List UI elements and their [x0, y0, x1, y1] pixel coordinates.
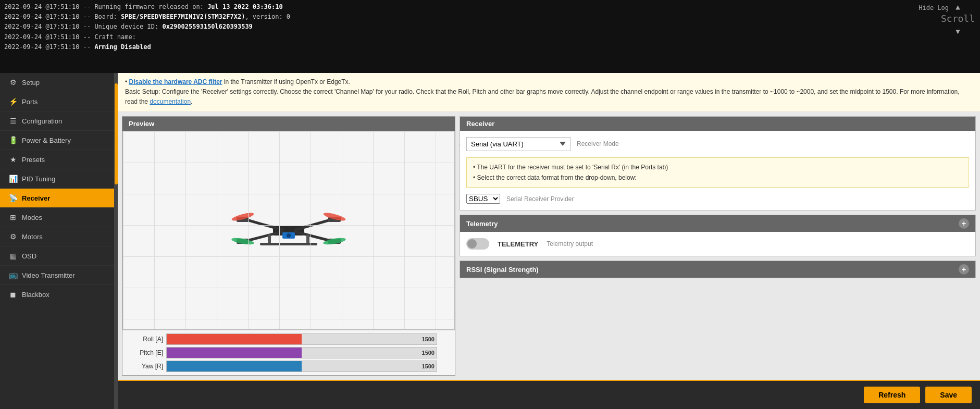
- telemetry-header: Telemetry +: [460, 215, 975, 232]
- video-transmitter-icon: 📺: [8, 271, 18, 279]
- scroll-label: Scroll: [941, 11, 975, 27]
- preview-grid: [123, 131, 454, 329]
- log-line-3: 2022-09-24 @17:51:10 -- Unique device ID…: [4, 22, 976, 32]
- save-button[interactable]: Save: [925, 387, 972, 403]
- bottom-bar: Refresh Save: [118, 380, 980, 409]
- receiver-section: Receiver ➤ Serial (via UART) MSP PPM: [460, 116, 976, 211]
- sidebar-item-ports[interactable]: ⚡ Ports: [0, 92, 114, 111]
- setup-icon: ⚙: [8, 78, 18, 86]
- rssi-expand-button[interactable]: +: [959, 264, 969, 275]
- sidebar-item-power-battery[interactable]: 🔋 Power & Battery: [0, 131, 114, 150]
- roll-value: 1500: [422, 336, 435, 342]
- yaw-bar: 1500: [166, 361, 437, 372]
- telemetry-toggle-knob: [467, 239, 477, 249]
- sidebar-item-label-modes: Modes: [22, 214, 42, 221]
- pid-tuning-icon: 📊: [8, 175, 18, 183]
- preview-header: Preview: [122, 117, 455, 131]
- sidebar-item-label-blackbox: Blackbox: [22, 291, 49, 299]
- receiver-section-header: Receiver: [460, 117, 975, 131]
- log-panel: 2022-09-24 @17:51:10 -- Running firmware…: [0, 0, 980, 73]
- content-area: • Disable the hardware ADC filter in the…: [118, 73, 980, 409]
- sidebar-item-label-motors: Motors: [22, 233, 43, 241]
- sidebar-item-setup[interactable]: ⚙ Setup: [0, 73, 114, 92]
- power-battery-icon: 🔋: [8, 136, 18, 144]
- pitch-bar: 1500: [166, 347, 437, 358]
- blackbox-icon: ◼: [8, 290, 18, 299]
- pitch-label: Pitch [E]: [127, 349, 163, 356]
- note-line-2: • Select the correct data format from th…: [473, 172, 962, 183]
- sidebar-item-presets[interactable]: ★ Presets: [0, 150, 114, 169]
- info-banner: • Disable the hardware ADC filter in the…: [118, 73, 980, 112]
- motors-icon: ⚙: [8, 232, 18, 241]
- serial-provider-select[interactable]: SBUS IBUS CRSF SRXL2 SUMD: [466, 194, 500, 204]
- roll-bar: 1500: [166, 333, 437, 345]
- sidebar-item-label-pid-tuning: PID Tuning: [22, 175, 55, 183]
- sidebar-item-receiver[interactable]: 📡 Receiver: [0, 189, 114, 208]
- log-line-2: 2022-09-24 @17:51:10 -- Board: SPBE/SPEE…: [4, 12, 976, 22]
- yaw-label: Yaw [R]: [127, 363, 163, 370]
- telemetry-expand-button[interactable]: +: [959, 218, 969, 229]
- roll-label: Roll [A]: [127, 336, 163, 343]
- configuration-icon: ☰: [8, 117, 18, 125]
- modes-icon: ⊞: [8, 213, 18, 221]
- pitch-value: 1500: [422, 350, 435, 356]
- telemetry-body: TELEMETRY Telemetry output: [460, 232, 975, 256]
- telemetry-toggle-label: TELEMETRY: [498, 240, 538, 248]
- serial-provider-label: Serial Receiver Provider: [506, 195, 574, 203]
- yaw-value: 1500: [422, 363, 435, 369]
- info-line-2: Basic Setup: Configure the 'Receiver' se…: [125, 87, 973, 107]
- sidebar-item-pid-tuning[interactable]: 📊 PID Tuning: [0, 169, 114, 189]
- osd-icon: ▦: [8, 252, 18, 260]
- info-line-1: • Disable the hardware ADC filter in the…: [125, 77, 973, 87]
- sidebar-item-label-power-battery: Power & Battery: [22, 137, 71, 144]
- arrow-receiver-mode: ➤: [460, 138, 461, 151]
- log-line-1: 2022-09-24 @17:51:10 -- Running firmware…: [4, 2, 976, 12]
- sidebar-item-video-transmitter[interactable]: 📺 Video Transmitter: [0, 266, 114, 285]
- rssi-section: RSSI (Signal Strength) +: [460, 261, 976, 278]
- receiver-mode-row: Serial (via UART) MSP PPM SPI Receiver R…: [466, 137, 969, 151]
- preview-box: [122, 131, 455, 330]
- telemetry-output-label: Telemetry output: [547, 240, 593, 247]
- log-line-5: 2022-09-24 @17:51:10 -- Arming Disabled: [4, 42, 976, 52]
- sidebar-item-label-ports: Ports: [22, 98, 38, 106]
- roll-bar-inner: [167, 334, 302, 344]
- documentation-link[interactable]: documentation: [150, 98, 191, 105]
- yaw-row: Yaw [R] 1500: [127, 361, 451, 372]
- sidebar-item-motors[interactable]: ⚙ Motors: [0, 227, 114, 246]
- sidebar-item-label-video-transmitter: Video Transmitter: [22, 271, 75, 279]
- sidebar-item-modes[interactable]: ⊞ Modes: [0, 208, 114, 227]
- arrow-serial-provider: ➤: [460, 195, 461, 207]
- sidebar: ⚙ Setup ⚡ Ports ☰ Configuration 🔋 Power …: [0, 73, 115, 409]
- presets-icon: ★: [8, 155, 18, 164]
- sidebar-item-label-receiver: Receiver: [22, 194, 50, 202]
- right-panel: Receiver ➤ Serial (via UART) MSP PPM: [460, 116, 976, 376]
- telemetry-section: Telemetry + TELEMETRY Telemetry output: [460, 215, 976, 256]
- receiver-mode-label: Receiver Mode: [577, 140, 619, 147]
- adc-filter-link[interactable]: Disable the hardware ADC filter: [129, 78, 222, 85]
- sidebar-item-label-osd: OSD: [22, 252, 36, 260]
- preview-panel: Preview: [122, 116, 455, 376]
- refresh-button[interactable]: Refresh: [864, 387, 920, 403]
- log-line-4: 2022-09-24 @17:51:10 -- Craft name:: [4, 32, 976, 42]
- ports-icon: ⚡: [8, 97, 18, 106]
- scroll-controls: ▲ Scroll ▼: [941, 3, 975, 35]
- receiver-mode-select[interactable]: Serial (via UART) MSP PPM SPI Receiver: [466, 137, 570, 151]
- scroll-up-button[interactable]: ▲: [956, 3, 960, 10]
- rssi-header: RSSI (Signal Strength) +: [460, 261, 975, 278]
- sidebar-item-configuration[interactable]: ☰ Configuration: [0, 111, 114, 131]
- telemetry-row: TELEMETRY Telemetry output: [466, 238, 969, 250]
- sidebar-item-blackbox[interactable]: ◼ Blackbox: [0, 285, 114, 304]
- sidebar-item-osd[interactable]: ▦ OSD: [0, 246, 114, 266]
- serial-provider-row: SBUS IBUS CRSF SRXL2 SUMD Serial Receive…: [466, 194, 969, 204]
- pitch-row: Pitch [E] 1500: [127, 347, 451, 358]
- roll-row: Roll [A] 1500: [127, 333, 451, 345]
- content-row: Preview: [118, 112, 980, 380]
- telemetry-toggle[interactable]: [466, 238, 489, 250]
- note-line-1: • The UART for the receiver must be set …: [473, 162, 962, 172]
- pitch-bar-inner: [167, 348, 302, 358]
- yaw-bar-inner: [167, 361, 302, 371]
- sidebar-item-label-setup: Setup: [22, 79, 40, 86]
- main-layout: ⚙ Setup ⚡ Ports ☰ Configuration 🔋 Power …: [0, 73, 980, 409]
- sidebar-item-label-configuration: Configuration: [22, 117, 62, 125]
- scroll-down-button[interactable]: ▼: [956, 28, 960, 35]
